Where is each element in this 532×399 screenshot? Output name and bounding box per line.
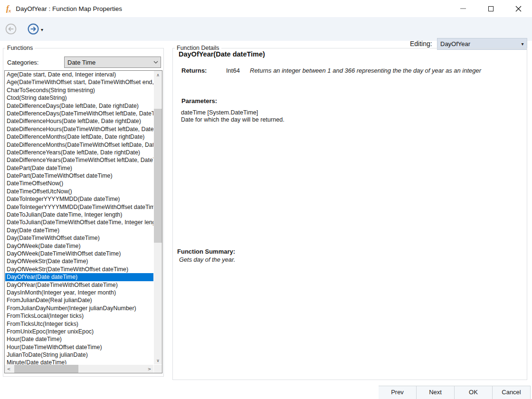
function-summary-label: Function Summary: <box>177 248 235 255</box>
cancel-button[interactable]: Cancel <box>493 386 531 399</box>
function-list-item[interactable]: DayOfYear(Date dateTime) <box>5 273 153 281</box>
function-list[interactable]: Age(Date start, Date end, Integer interv… <box>5 71 153 364</box>
function-list-item[interactable]: CharToSeconds(String timestring) <box>5 86 153 94</box>
returns-label: Returns: <box>181 67 207 74</box>
function-list-item[interactable]: DayOfWeek(Date dateTime) <box>5 242 153 250</box>
function-list-item[interactable]: DateToIntegerYYYYMMDD(Date dateTime) <box>5 195 153 203</box>
function-list-item[interactable]: FromUnixEpoc(Integer unixEpoc) <box>5 328 153 335</box>
function-list-item[interactable]: DateTimeOffsetUtcNow() <box>5 188 153 195</box>
editing-combobox-value: DayOfYear <box>437 40 518 48</box>
scroll-left-icon[interactable]: < <box>5 365 13 373</box>
function-list-item[interactable]: Age(DateTimeWithOffset start, DateTimeWi… <box>5 78 153 86</box>
function-summary-text: Gets day of the year. <box>179 256 235 263</box>
function-list-item[interactable]: DateDifferenceMonths(DateTimeWithOffset … <box>5 141 153 149</box>
vertical-scrollbar[interactable]: ∧ ∨ <box>154 71 162 364</box>
prev-button[interactable]: Prev <box>379 386 417 399</box>
scroll-down-icon[interactable]: ∨ <box>154 356 162 364</box>
function-list-item[interactable]: DateDifferenceDays(Date leftDate, Date r… <box>5 102 153 110</box>
title-bar: fx DayOfYear : Function Map Properties <box>0 0 532 17</box>
functions-group-label: Functions <box>5 45 35 51</box>
function-list-item[interactable]: DateToJulian(Date dateTime, Integer leng… <box>5 211 153 218</box>
function-list-item[interactable]: DateDifferenceHours(Date leftDate, Date … <box>5 117 153 125</box>
functions-groupbox: Functions Categories: Date Time Age(Date… <box>3 48 164 377</box>
minimize-button[interactable] <box>449 0 477 17</box>
function-list-item[interactable]: DayOfWeekStr(Date dateTime) <box>5 257 153 265</box>
editing-combobox-caret-icon: ▾ <box>518 41 527 47</box>
function-list-item[interactable]: DayOfYear(DateTimeWithOffset dateTime) <box>5 281 153 289</box>
next-button[interactable]: Next <box>417 386 455 399</box>
function-list-item[interactable]: DayOfWeekStr(DateTimeWithOffset dateTime… <box>5 266 153 273</box>
vertical-scrollbar-thumb[interactable] <box>154 109 162 243</box>
function-list-item[interactable]: DateDifferenceHours(DateTimeWithOffset l… <box>5 125 153 133</box>
scroll-right-icon[interactable]: > <box>145 365 153 373</box>
parameter-name: dateTime [System.DateTime] <box>181 109 258 116</box>
fx-app-icon: fx <box>6 4 11 13</box>
function-details-groupbox: Function Details DayOfYear(Date dateTime… <box>172 48 527 380</box>
forward-dropdown-caret[interactable]: ▾ <box>41 28 43 32</box>
function-list-item[interactable]: DateToJulian(DateTimeWithOffset dateTime… <box>5 218 153 226</box>
categories-combobox[interactable]: Date Time <box>64 57 161 68</box>
categories-label: Categories: <box>7 59 38 66</box>
maximize-icon <box>488 6 494 11</box>
function-list-item[interactable]: Day(Date dateTime) <box>5 227 153 234</box>
function-listbox: Age(Date start, Date end, Integer interv… <box>4 70 162 373</box>
function-list-item[interactable]: JulianToDate(String julianDate) <box>5 351 153 359</box>
scroll-up-icon[interactable]: ∧ <box>154 71 162 79</box>
function-list-item[interactable]: DateToIntegerYYYYMMDD(DateTimeWithOffset… <box>5 203 153 211</box>
function-list-item[interactable]: DateDifferenceMonths(Date leftDate, Date… <box>5 133 153 141</box>
function-list-item[interactable]: DateDifferenceDays(DateTimeWithOffset le… <box>5 110 153 117</box>
function-list-item[interactable]: DatePart(DateTimeWithOffset dateTime) <box>5 172 153 180</box>
close-icon <box>515 6 522 12</box>
returns-description: Returns an integer between 1 and 366 rep… <box>250 67 520 74</box>
function-list-item[interactable]: DateDifferenceYears(Date leftDate, Date … <box>5 149 153 156</box>
forward-arrow-icon <box>28 23 39 35</box>
function-list-item[interactable]: Minute(Date dateTime) <box>5 359 153 364</box>
window-controls <box>449 0 532 17</box>
navigation-toolbar: ▾ Editing: DayOfYear ▾ <box>0 17 532 41</box>
function-list-item[interactable]: FromTicksLocal(Integer ticks) <box>5 312 153 320</box>
function-list-item[interactable]: FromJulianDate(Real julianDate) <box>5 296 153 304</box>
back-button[interactable] <box>5 23 17 35</box>
function-map-properties-dialog: fx DayOfYear : Function Map Properties ▾… <box>0 0 532 399</box>
returns-type: Int64 <box>226 67 240 74</box>
function-list-item[interactable]: Hour(Date dateTime) <box>5 335 153 343</box>
function-list-item[interactable]: FromTicksUtc(Integer ticks) <box>5 320 153 328</box>
horizontal-scrollbar-thumb[interactable] <box>14 365 78 373</box>
minimize-icon <box>460 8 466 9</box>
function-list-item[interactable]: Hour(DateTimeWithOffset dateTime) <box>5 343 153 351</box>
window-title: DayOfYear : Function Map Properties <box>16 5 122 12</box>
function-list-item[interactable]: DateTimeOffsetNow() <box>5 180 153 187</box>
categories-combobox-chevron-icon <box>151 61 161 64</box>
ok-button[interactable]: OK <box>455 386 493 399</box>
forward-button[interactable] <box>28 23 39 35</box>
dialog-footer: PrevNextOKCancel <box>379 386 531 399</box>
back-arrow-icon <box>5 23 17 35</box>
function-list-item[interactable]: DatePart(Date dateTime) <box>5 164 153 172</box>
function-list-item[interactable]: Day(DateTimeWithOffset dateTime) <box>5 234 153 242</box>
categories-combobox-value: Date Time <box>65 59 151 66</box>
function-list-item[interactable]: Age(Date start, Date end, Integer interv… <box>5 71 153 78</box>
scrollbar-corner <box>154 365 162 373</box>
function-list-item[interactable]: Ctod(String dateString) <box>5 94 153 102</box>
maximize-button[interactable] <box>477 0 504 17</box>
parameters-label: Parameters: <box>181 97 217 104</box>
close-button[interactable] <box>504 0 532 17</box>
function-list-item[interactable]: DaysInMonth(Integer year, Integer month) <box>5 289 153 296</box>
function-list-item[interactable]: DateDifferenceYears(DateTimeWithOffset l… <box>5 156 153 164</box>
function-signature-heading: DayOfYear(Date dateTime) <box>179 50 265 58</box>
function-list-item[interactable]: DayOfWeek(DateTimeWithOffset dateTime) <box>5 250 153 257</box>
parameter-description: Date for which the day will be returned. <box>181 116 285 123</box>
function-list-item[interactable]: FromJulianDayNumber(Integer julianDayNum… <box>5 304 153 312</box>
horizontal-scrollbar[interactable]: < > <box>5 365 153 373</box>
editing-label: Editing: <box>410 40 432 48</box>
